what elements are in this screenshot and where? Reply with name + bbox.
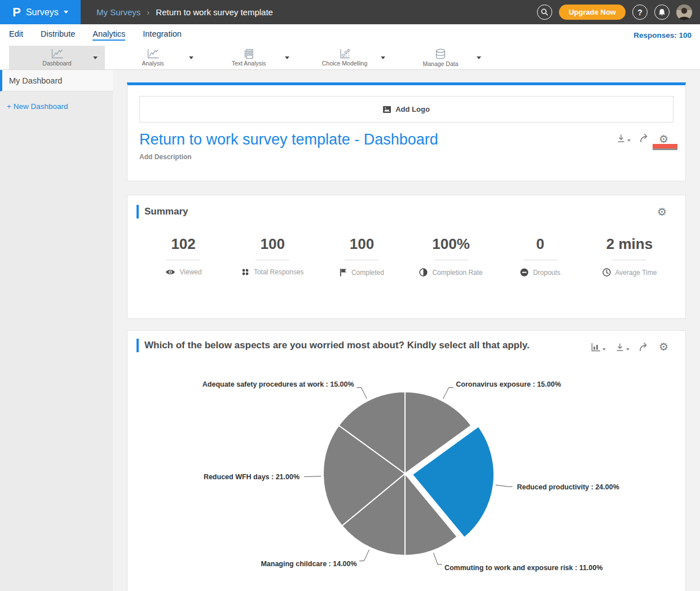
stat-label: Viewed [165, 268, 202, 276]
summary-title: Summary [144, 206, 188, 217]
stat-value: 102 [171, 235, 195, 253]
settings-highlight-marker [653, 144, 677, 148]
search-button[interactable] [537, 5, 552, 20]
breadcrumb: My Surveys › Return to work survey templ… [96, 7, 273, 17]
sidebar: My Dashboard + New Dashboard [0, 70, 113, 591]
search-icon [541, 8, 548, 16]
toolbar-dashboard[interactable]: Dashboard [9, 46, 105, 69]
stat-divider [256, 260, 289, 260]
pie-callout-line [496, 485, 513, 487]
breadcrumb-separator-icon: › [147, 7, 149, 17]
notifications-button[interactable] [654, 5, 670, 20]
chevron-down-icon [64, 11, 68, 14]
stat-divider [166, 260, 200, 260]
stat-viewed: 102Viewed [139, 235, 228, 277]
summary-settings-icon[interactable]: ⚙ [657, 207, 667, 217]
upgrade-now-button[interactable]: Upgrade Now [559, 5, 626, 20]
dashboard-title[interactable]: Return to work survey template - Dashboa… [139, 131, 673, 148]
chevron-down-icon[interactable] [381, 56, 385, 59]
minus-circle-icon [520, 268, 529, 277]
pie-label-managing-childcare: Managing childcare : 14.00% [261, 560, 356, 568]
chevron-down-icon[interactable] [189, 56, 193, 59]
dashboard-actions: ⚙ [617, 134, 668, 145]
chevron-down-icon[interactable] [93, 56, 98, 59]
pie-label-commuting-to-work-and-exposure-risk: Commuting to work and exposure risk : 11… [444, 564, 603, 572]
bell-icon [658, 8, 666, 16]
toolbar-text-analysis[interactable]: Text Analysis [201, 46, 297, 69]
pie-callout-line [356, 388, 367, 399]
stat-average-time: 2 minsAverage Time [585, 235, 674, 277]
analytics-toolbar: DashboardAnalysisText AnalysisChoice Mod… [0, 46, 700, 70]
image-icon [383, 106, 391, 113]
text-analysis-icon [243, 49, 254, 59]
stat-divider [345, 260, 378, 260]
sidebar-item-my-dashboard[interactable]: My Dashboard [0, 70, 113, 91]
stat-completion-rate: 100%Completion Rate [407, 235, 496, 277]
chevron-down-icon[interactable] [627, 139, 631, 142]
pie-callout-line [433, 553, 442, 564]
half-circle-icon [419, 268, 428, 277]
question-card: Which of the below aspects are you worri… [127, 330, 686, 591]
chevron-down-icon[interactable] [285, 56, 289, 59]
stat-label: Completed [340, 268, 384, 277]
avatar[interactable] [676, 5, 692, 20]
stat-divider [434, 260, 468, 260]
add-logo-button[interactable]: Add Logo [139, 96, 673, 122]
toolbar-label: Analysis [142, 60, 164, 67]
help-label: ? [637, 8, 642, 17]
survey-nav: EditDistributeAnalyticsIntegration Respo… [0, 24, 700, 46]
stat-value: 0 [536, 235, 544, 253]
stat-divider [613, 260, 646, 260]
product-switcher-label: Surveys [26, 7, 59, 17]
dashboard-header-card: Add Logo Return to work survey template … [127, 82, 686, 181]
download-dashboard-button[interactable] [617, 134, 631, 143]
add-description-button[interactable]: Add Description [139, 153, 673, 161]
product-switcher[interactable]: P Surveys [0, 0, 81, 24]
stat-label: Completion Rate [419, 268, 482, 277]
pie-label-adequate-safety-procedures-at-work: Adequate safety procedures at work : 15.… [202, 380, 354, 388]
clock-icon [602, 268, 611, 277]
summary-card: Summary ⚙ 102Viewed100Total Responses100… [127, 195, 686, 319]
pie-chart: Coronavirus exposure : 15.00%Reduced pro… [127, 331, 686, 591]
stat-completed: 100Completed [317, 235, 406, 277]
topbar-actions: Upgrade Now ? [537, 5, 700, 20]
breadcrumb-my-surveys[interactable]: My Surveys [96, 7, 140, 17]
nav-tab-analytics[interactable]: Analytics [93, 29, 125, 41]
toolbar-analysis[interactable]: Analysis [105, 46, 201, 69]
database-icon [434, 49, 447, 60]
add-logo-label: Add Logo [395, 105, 430, 113]
avatar-photo [676, 5, 692, 20]
nav-tab-integration[interactable]: Integration [143, 29, 182, 41]
nav-tab-edit[interactable]: Edit [9, 29, 23, 41]
responses-count: Responses: 100 [633, 31, 700, 40]
flag-icon [340, 268, 347, 277]
questionpro-logo-icon: P [12, 6, 21, 19]
toolbar-label: Text Analysis [232, 60, 266, 67]
toolbar-label: Choice Modelling [322, 60, 368, 67]
breadcrumb-current: Return to work survey template [156, 7, 273, 17]
stat-value: 100 [350, 235, 374, 253]
pie-label-reduced-productivity: Reduced productivity : 24.00% [517, 483, 619, 491]
pie-callout-line [443, 388, 454, 399]
top-bar: P Surveys My Surveys › Return to work su… [0, 0, 700, 24]
nav-tab-distribute[interactable]: Distribute [41, 29, 75, 41]
line-chart-icon [147, 49, 160, 59]
pie-label-reduced-wfh-days: Reduced WFH days : 21.00% [204, 473, 300, 481]
stat-total-responses: 100Total Responses [228, 235, 317, 277]
chevron-down-icon[interactable] [477, 56, 481, 59]
stat-label: Average Time [602, 268, 657, 277]
line-chart-icon [51, 49, 64, 59]
new-dashboard-button[interactable]: + New Dashboard [7, 102, 113, 111]
toolbar-label: Manage Data [422, 60, 458, 67]
summary-stats: 102Viewed100Total Responses100Completed1… [137, 235, 676, 277]
toolbar-manage-data[interactable]: Manage Data [393, 46, 488, 69]
toolbar-choice-modelling[interactable]: Choice Modelling [297, 46, 393, 69]
responses-dots-icon [241, 268, 249, 276]
accent-bar [137, 205, 139, 218]
toolbar-label: Dashboard [42, 60, 71, 67]
help-button[interactable]: ? [632, 5, 648, 20]
pie-callout-line [304, 476, 321, 477]
dashboard-settings-icon[interactable]: ⚙ [659, 134, 668, 145]
share-icon[interactable] [640, 134, 650, 142]
main-content: Add Logo Return to work survey template … [113, 70, 700, 591]
